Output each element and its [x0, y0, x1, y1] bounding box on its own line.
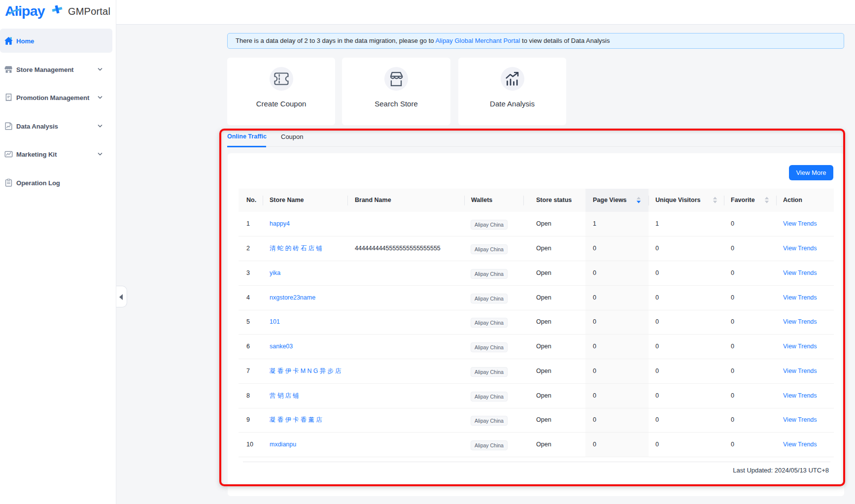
svg-text:Alipay: Alipay	[5, 4, 45, 19]
